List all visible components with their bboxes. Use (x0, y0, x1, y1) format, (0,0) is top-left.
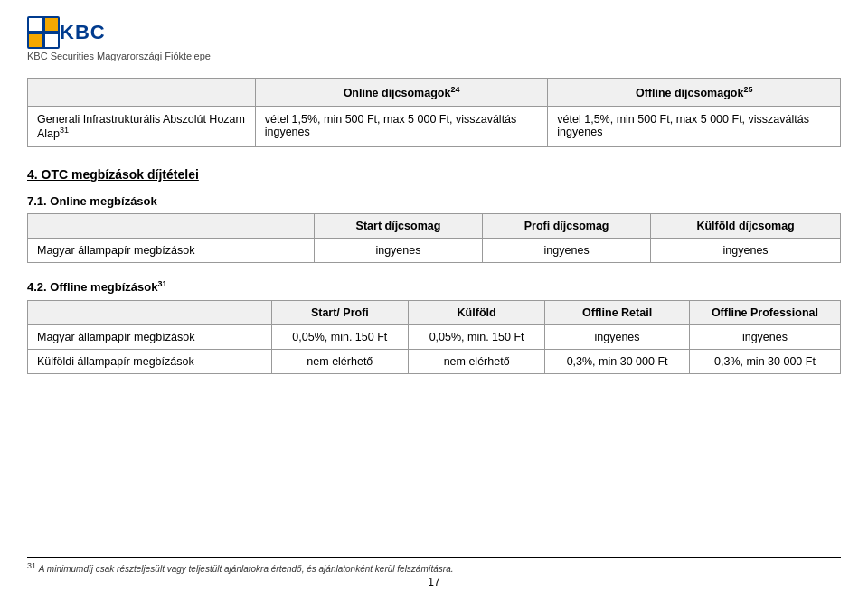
logo-text: KBC (60, 21, 106, 44)
online-value-cell: vétel 1,5%, min 500 Ft, max 5 000 Ft, vi… (255, 107, 548, 147)
table-row: Magyar állampapír megbízások ingyenes in… (28, 239, 841, 263)
kulfoldi-col-header: Külföld (408, 300, 544, 324)
page-number: 17 (0, 576, 868, 588)
profi-col-header: Profi díjcsomag (483, 214, 651, 239)
top-fee-table: Online díjcsomagok24 Offline díjcsomagok… (27, 78, 841, 147)
fund-column-header (28, 79, 256, 107)
offline-column-header: Offline díjcsomagok25 (548, 79, 841, 107)
logo-box: KBC (27, 16, 109, 49)
table-row: Külföldi állampapír megbízások nem elérh… (28, 349, 841, 373)
table-row: Generali Infrastrukturális Abszolút Hoza… (28, 107, 841, 147)
start-profi-val-1: 0,05%, min. 150 Ft (271, 324, 408, 349)
svg-rect-1 (29, 18, 42, 31)
offline-prof-col-header: Offline Professional (689, 300, 840, 324)
header: KBC KBC Securities Magyarországi Fióktel… (27, 16, 841, 61)
start-profi-col-header: Start/ Profi (271, 300, 408, 324)
offline-retail-col-header: Offline Retail (545, 300, 690, 324)
footer-note: 31 A minimumdíj csak részteljesült vagy … (27, 557, 841, 574)
offline-row-header (28, 300, 272, 324)
row-label: Magyar állampapír megbízások (28, 239, 315, 263)
offline-prof-val-1: ingyenes (689, 324, 840, 349)
start-value: ingyenes (314, 239, 482, 263)
start-profi-val-2: nem elérhető (271, 349, 408, 373)
subsection42-heading: 4.2. Offline megbízások31 (27, 279, 841, 294)
kulfoldi-value: ingyenes (651, 239, 841, 263)
row-label-magyar: Magyar állampapír megbízások (28, 324, 272, 349)
offline-retail-val-2: 0,3%, min 30 000 Ft (545, 349, 690, 373)
footer-note-sup: 31 (27, 564, 36, 574)
section4-heading: 4. OTC megbízások díjtételei (27, 167, 841, 182)
offline-value-cell: vétel 1,5%, min 500 Ft, max 5 000 Ft, vi… (548, 107, 841, 147)
online-column-header: Online díjcsomagok24 (255, 79, 548, 107)
profi-value: ingyenes (483, 239, 651, 263)
kbc-logo-icon (27, 16, 60, 49)
kulfoldi-val-2: nem elérhető (408, 349, 544, 373)
online-row-header (28, 214, 315, 239)
start-col-header: Start díjcsomag (314, 214, 482, 239)
subsection71-heading: 7.1. Online megbízások (27, 194, 841, 208)
online-fee-table: Start díjcsomag Profi díjcsomag Külföld … (27, 213, 841, 263)
offline-prof-val-2: 0,3%, min 30 000 Ft (689, 349, 840, 373)
svg-rect-4 (45, 34, 58, 47)
kulfoldi-val-1: 0,05%, min. 150 Ft (408, 324, 544, 349)
offline-retail-val-1: ingyenes (545, 324, 690, 349)
svg-rect-2 (45, 18, 58, 31)
logo-area: KBC KBC Securities Magyarországi Fióktel… (27, 16, 211, 61)
kulfoldi-col-header: Külföld díjcsomag (651, 214, 841, 239)
footer-note-text: A minimumdíj csak részteljesült vagy tel… (39, 564, 454, 574)
row-label-kulfoldi: Külföldi állampapír megbízások (28, 349, 272, 373)
company-subtitle: KBC Securities Magyarországi Fióktelepe (27, 51, 211, 61)
table-row: Magyar állampapír megbízások 0,05%, min.… (28, 324, 841, 349)
svg-rect-3 (29, 34, 42, 47)
offline-fee-table: Start/ Profi Külföld Offline Retail Offl… (27, 300, 841, 374)
fund-label-cell: Generali Infrastrukturális Abszolút Hoza… (28, 107, 256, 147)
